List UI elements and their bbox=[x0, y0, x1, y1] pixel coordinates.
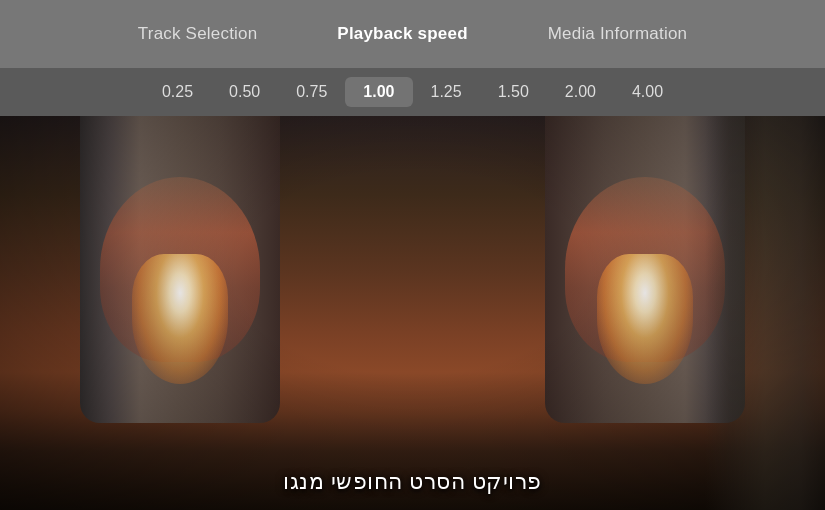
video-background: פרויקט הסרט החופשי מנגו bbox=[0, 116, 825, 510]
speed-option-2_00[interactable]: 2.00 bbox=[547, 77, 614, 107]
subtitle-text: פרויקט הסרט החופשי מנגו bbox=[283, 469, 542, 495]
speed-option-4_00[interactable]: 4.00 bbox=[614, 77, 681, 107]
video-frame: פרויקט הסרט החופשי מנגו bbox=[0, 116, 825, 510]
nav-track-selection[interactable]: Track Selection bbox=[138, 24, 258, 44]
speed-option-0_75[interactable]: 0.75 bbox=[278, 77, 345, 107]
speed-selector-bar: 0.25 0.50 0.75 1.00 1.25 1.50 2.00 4.00 bbox=[0, 68, 825, 116]
speed-option-0_50[interactable]: 0.50 bbox=[211, 77, 278, 107]
speed-option-0_25[interactable]: 0.25 bbox=[144, 77, 211, 107]
top-navigation: Track Selection Playback speed Media Inf… bbox=[0, 0, 825, 68]
nav-playback-speed[interactable]: Playback speed bbox=[337, 24, 467, 44]
flame-left bbox=[132, 254, 228, 384]
flame-right bbox=[597, 254, 693, 384]
scaffold-right bbox=[705, 116, 825, 510]
speed-option-1_00[interactable]: 1.00 bbox=[345, 77, 412, 107]
speed-option-1_50[interactable]: 1.50 bbox=[480, 77, 547, 107]
nav-media-information[interactable]: Media Information bbox=[548, 24, 687, 44]
speed-option-1_25[interactable]: 1.25 bbox=[413, 77, 480, 107]
